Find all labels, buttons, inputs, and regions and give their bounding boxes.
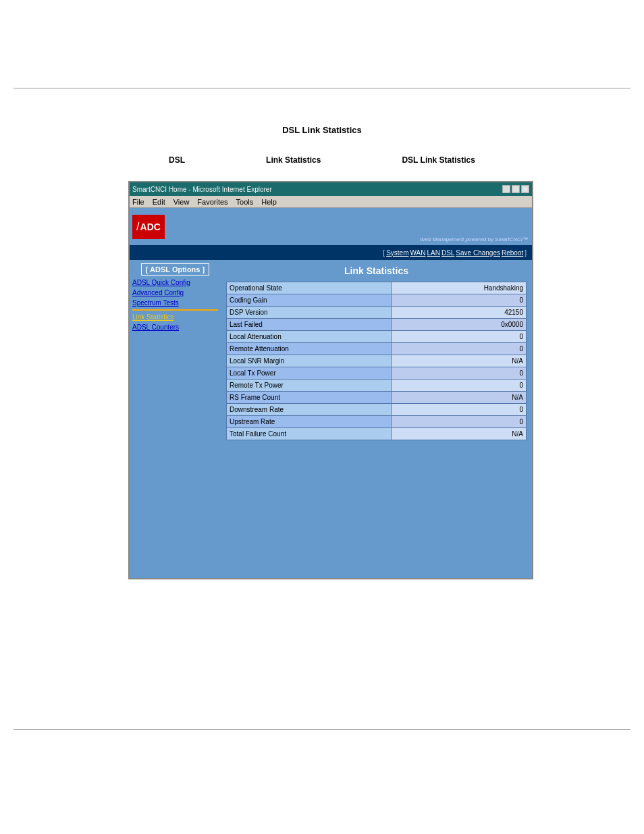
menu-file[interactable]: File	[132, 198, 144, 206]
main-content: [ ADSL Options ] ADSL Quick Config Advan…	[130, 260, 532, 578]
breadcrumb: DSL Link Statistics DSL Link Statistics	[0, 155, 644, 165]
table-row: Remote Attenuation0	[227, 343, 527, 355]
adc-logo-bar: / ADC Web Management powered by SmartCNC…	[130, 208, 532, 245]
breadcrumb-level2: Link Statistics	[266, 155, 321, 165]
stats-table: Operational StateHandshakingCoding Gain0…	[226, 282, 527, 440]
row-value: 0	[392, 294, 527, 307]
browser-menubar: File Edit View Favorites Tools Help	[130, 196, 532, 208]
row-label: Downstream Rate	[227, 404, 392, 416]
breadcrumb-level3: DSL Link Statistics	[402, 155, 475, 165]
table-row: Downstream Rate0	[227, 404, 527, 416]
nav-wan[interactable]: WAN	[410, 249, 425, 257]
sidebar-item-link-statistics[interactable]: Link Statistics	[132, 313, 218, 321]
page-title: DSL Link Statistics	[0, 125, 644, 135]
row-label: Remote Attenuation	[227, 343, 392, 355]
table-row: Upstream Rate0	[227, 416, 527, 428]
row-label: Last Failed	[227, 319, 392, 331]
row-value: Handshaking	[392, 282, 527, 294]
table-row: Local Attenuation0	[227, 331, 527, 343]
top-divider	[14, 88, 630, 88]
row-value: 0	[392, 404, 527, 416]
table-row: Local Tx Power0	[227, 367, 527, 380]
row-value: N/A	[392, 392, 527, 404]
row-value: 0	[392, 380, 527, 392]
sidebar-item-adsl-counters[interactable]: ADSL Counters	[132, 323, 218, 331]
sidebar-divider	[132, 309, 218, 311]
nav-bar: [ System WAN LAN DSL Save Changes Reboot…	[130, 245, 532, 260]
sidebar: [ ADSL Options ] ADSL Quick Config Advan…	[130, 260, 221, 578]
menu-tools[interactable]: Tools	[236, 198, 254, 206]
row-value: 0x0000	[392, 319, 527, 331]
table-row: Last Failed0x0000	[227, 319, 527, 331]
sidebar-header-text: [ ADSL Options ]	[141, 263, 209, 276]
table-row: RS Frame CountN/A	[227, 392, 527, 404]
close-button[interactable]: ✕	[521, 185, 529, 193]
right-content: Link Statistics Operational StateHandsha…	[221, 260, 532, 578]
powered-by-text: Web Management powered by SmartCNCI™	[420, 236, 528, 242]
table-row: Coding Gain0	[227, 294, 527, 307]
table-row: DSP Version42150	[227, 307, 527, 319]
browser-title: SmartCNCI Home - Microsoft Internet Expl…	[132, 186, 272, 193]
table-row: Operational StateHandshaking	[227, 282, 527, 294]
row-label: Upstream Rate	[227, 416, 392, 428]
nav-lan[interactable]: LAN	[427, 249, 439, 257]
table-row: Total Failure CountN/A	[227, 428, 527, 440]
browser-window: SmartCNCI Home - Microsoft Internet Expl…	[128, 181, 533, 579]
adc-logo: / ADC	[132, 215, 165, 239]
row-value: N/A	[392, 355, 527, 367]
row-label: Local SNR Margin	[227, 355, 392, 367]
nav-reboot[interactable]: Reboot	[502, 249, 523, 257]
row-value: 0	[392, 331, 527, 343]
menu-edit[interactable]: Edit	[153, 198, 165, 206]
row-value: N/A	[392, 428, 527, 440]
nav-bracket-open: [	[383, 249, 385, 257]
row-label: RS Frame Count	[227, 392, 392, 404]
sidebar-item-advanced-config[interactable]: Advanced Config	[132, 289, 218, 296]
browser-titlebar: SmartCNCI Home - Microsoft Internet Expl…	[130, 182, 532, 196]
sidebar-item-spectrum-tests[interactable]: Spectrum Tests	[132, 299, 218, 307]
adc-logo-text: ADC	[140, 221, 161, 232]
row-label: Local Attenuation	[227, 331, 392, 343]
row-value: 0	[392, 416, 527, 428]
row-label: Local Tx Power	[227, 367, 392, 380]
menu-help[interactable]: Help	[261, 198, 277, 206]
menu-favorites[interactable]: Favorites	[197, 198, 227, 206]
sidebar-header: [ ADSL Options ]	[132, 265, 218, 273]
breadcrumb-level1: DSL	[169, 155, 185, 165]
row-label: Operational State	[227, 282, 392, 294]
nav-system[interactable]: System	[386, 249, 408, 257]
row-label: Coding Gain	[227, 294, 392, 307]
nav-save-changes[interactable]: Save Changes	[456, 249, 500, 257]
nav-bracket-close: ]	[525, 249, 527, 257]
section-title: Link Statistics	[226, 265, 527, 276]
row-label: DSP Version	[227, 307, 392, 319]
maximize-button[interactable]: □	[512, 185, 520, 193]
row-value: 0	[392, 343, 527, 355]
nav-dsl[interactable]: DSL	[441, 249, 454, 257]
bottom-divider	[14, 729, 630, 730]
menu-view[interactable]: View	[173, 198, 190, 206]
row-value: 42150	[392, 307, 527, 319]
minimize-button[interactable]: _	[502, 185, 510, 193]
table-row: Local SNR MarginN/A	[227, 355, 527, 367]
table-row: Remote Tx Power0	[227, 380, 527, 392]
window-controls: _ □ ✕	[502, 185, 529, 193]
row-label: Total Failure Count	[227, 428, 392, 440]
row-label: Remote Tx Power	[227, 380, 392, 392]
sidebar-item-quick-config[interactable]: ADSL Quick Config	[132, 279, 218, 286]
row-value: 0	[392, 367, 527, 380]
